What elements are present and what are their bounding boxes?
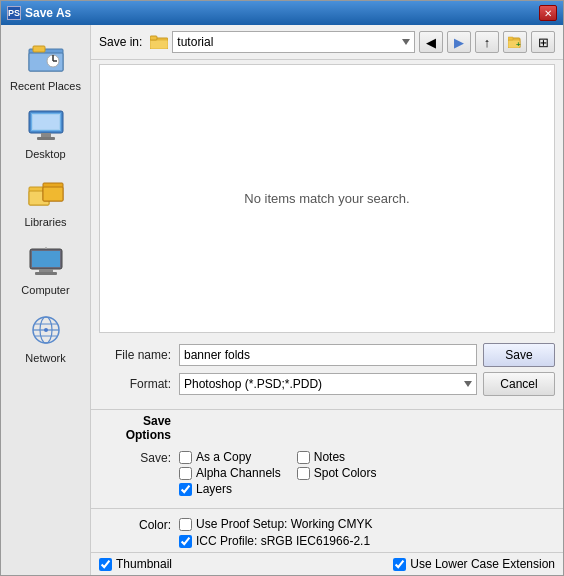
save-options-section: Save Options Save: As a Copy Notes (91, 414, 563, 504)
as-copy-checkbox[interactable] (179, 451, 192, 464)
icc-profile-checkbox[interactable] (179, 535, 192, 548)
forward-button[interactable]: ▶ (447, 31, 471, 53)
as-copy-checkbox-item[interactable]: As a Copy (179, 450, 281, 464)
sidebar-item-computer[interactable]: Computer (6, 237, 86, 301)
folder-icon (150, 35, 168, 49)
dialog-content: Recent Places Desktop (1, 25, 563, 575)
computer-icon (26, 242, 66, 282)
filename-row: File name: Save (99, 343, 555, 367)
save-in-dropdown[interactable]: tutorial (172, 31, 415, 53)
navigation-toolbar: Save in: tutorial ◀ ▶ ↑ (91, 25, 563, 60)
thumbnail-checkbox-item[interactable]: Thumbnail (99, 557, 172, 571)
back-button[interactable]: ◀ (419, 31, 443, 53)
svg-rect-8 (41, 133, 51, 137)
lower-case-checkbox-item[interactable]: Use Lower Case Extension (393, 557, 555, 571)
divider-2 (91, 508, 563, 509)
places-sidebar: Recent Places Desktop (1, 25, 91, 575)
recent-places-icon (26, 38, 66, 78)
svg-rect-17 (32, 251, 60, 267)
save-options-title: Save Options (99, 414, 179, 442)
spot-colors-label: Spot Colors (314, 466, 377, 480)
filename-input[interactable] (179, 344, 477, 366)
notes-label: Notes (314, 450, 345, 464)
sidebar-item-libraries[interactable]: Libraries (6, 169, 86, 233)
notes-checkbox[interactable] (297, 451, 310, 464)
svg-rect-2 (33, 46, 45, 52)
window-title: Save As (25, 6, 539, 20)
sidebar-item-recent-places[interactable]: Recent Places (6, 33, 86, 97)
thumbnail-left: Thumbnail (99, 557, 393, 571)
icc-profile-item[interactable]: ICC Profile: sRGB IEC61966-2.1 (179, 534, 373, 548)
new-folder-button[interactable]: + (503, 31, 527, 53)
spot-colors-checkbox-item[interactable]: Spot Colors (297, 466, 399, 480)
svg-rect-9 (37, 137, 55, 140)
empty-message: No items match your search. (244, 191, 409, 206)
format-row: Format: Photoshop (*.PSD;*.PDD) Cancel (99, 372, 555, 396)
checkboxes-row: Save: As a Copy Notes Alpha Channels (99, 450, 555, 496)
use-proof-setup-item[interactable]: Use Proof Setup: Working CMYK (179, 517, 373, 531)
network-label: Network (25, 352, 65, 364)
color-label: Color: (99, 517, 179, 532)
desktop-label: Desktop (25, 148, 65, 160)
format-label: Format: (99, 377, 179, 391)
color-section: Color: Use Proof Setup: Working CMYK ICC… (91, 513, 563, 552)
alpha-channels-label: Alpha Channels (196, 466, 281, 480)
close-button[interactable]: ✕ (539, 5, 557, 21)
svg-rect-28 (150, 40, 168, 49)
file-browser-area: No items match your search. (99, 64, 555, 333)
thumbnail-right: Use Lower Case Extension (393, 557, 555, 571)
format-dropdown[interactable]: Photoshop (*.PSD;*.PDD) (179, 373, 477, 395)
svg-rect-19 (35, 272, 57, 275)
thumbnail-label: Thumbnail (116, 557, 172, 571)
svg-rect-32 (508, 37, 513, 40)
thumbnail-checkbox[interactable] (99, 558, 112, 571)
computer-label: Computer (21, 284, 69, 296)
color-checkboxes: Use Proof Setup: Working CMYK ICC Profil… (179, 517, 373, 548)
notes-checkbox-item[interactable]: Notes (297, 450, 399, 464)
sidebar-item-network[interactable]: Network (6, 305, 86, 369)
main-panel: Save in: tutorial ◀ ▶ ↑ (91, 25, 563, 575)
as-copy-label: As a Copy (196, 450, 251, 464)
svg-rect-11 (33, 115, 59, 129)
svg-point-26 (44, 328, 48, 332)
spot-colors-checkbox[interactable] (297, 467, 310, 480)
file-name-form: File name: Save Format: Photoshop (*.PSD… (91, 337, 563, 405)
svg-rect-15 (43, 187, 63, 201)
layers-checkbox-item[interactable]: Layers (179, 482, 281, 496)
use-proof-setup-label: Use Proof Setup: Working CMYK (196, 517, 373, 531)
alpha-channels-checkbox[interactable] (179, 467, 192, 480)
libraries-icon (26, 174, 66, 214)
lower-case-label: Use Lower Case Extension (410, 557, 555, 571)
layers-checkbox[interactable] (179, 483, 192, 496)
app-icon: PS (7, 6, 21, 20)
divider-1 (91, 409, 563, 410)
folder-path: tutorial (150, 31, 415, 53)
filename-input-row: Save (179, 343, 555, 367)
use-proof-setup-checkbox[interactable] (179, 518, 192, 531)
view-button[interactable]: ⊞ (531, 31, 555, 53)
recent-places-label: Recent Places (10, 80, 81, 92)
save-in-label: Save in: (99, 35, 142, 49)
save-checkboxes-grid: As a Copy Notes Alpha Channels Spot (179, 450, 398, 496)
lower-case-checkbox[interactable] (393, 558, 406, 571)
svg-rect-18 (39, 269, 53, 272)
save-button[interactable]: Save (483, 343, 555, 367)
format-input-row: Photoshop (*.PSD;*.PDD) Cancel (179, 372, 555, 396)
svg-text:+: + (516, 40, 521, 48)
icc-profile-label: ICC Profile: sRGB IEC61966-2.1 (196, 534, 370, 548)
svg-point-20 (45, 247, 47, 249)
filename-label: File name: (99, 348, 179, 362)
svg-rect-29 (150, 36, 157, 40)
sidebar-item-desktop[interactable]: Desktop (6, 101, 86, 165)
network-icon (26, 310, 66, 350)
libraries-label: Libraries (24, 216, 66, 228)
alpha-channels-checkbox-item[interactable]: Alpha Channels (179, 466, 281, 480)
title-bar: PS Save As ✕ (1, 1, 563, 25)
save-options-row: Save Options (99, 414, 555, 446)
save-label: Save: (99, 450, 179, 465)
save-as-dialog: PS Save As ✕ Recent Places (0, 0, 564, 576)
cancel-button[interactable]: Cancel (483, 372, 555, 396)
layers-label: Layers (196, 482, 232, 496)
up-folder-button[interactable]: ↑ (475, 31, 499, 53)
thumbnail-section: Thumbnail Use Lower Case Extension (91, 552, 563, 575)
